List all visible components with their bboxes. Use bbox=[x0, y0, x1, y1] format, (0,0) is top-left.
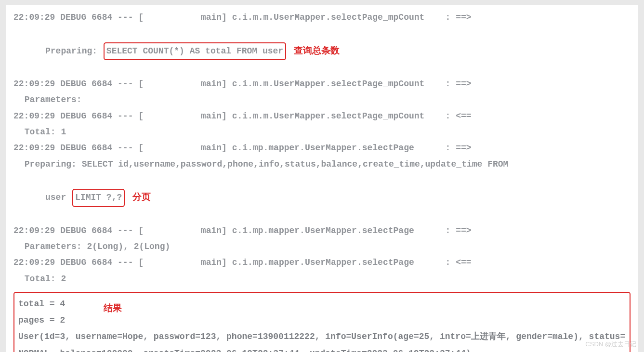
log-line-2-header: 22:09:29 DEBUG 6684 --- [ main] c.i.m.m.… bbox=[13, 76, 631, 92]
annotation-result: 结果 bbox=[104, 300, 122, 317]
log-line-3-body: Total: 1 bbox=[13, 124, 631, 140]
log-line-6-header: 22:09:29 DEBUG 6684 --- [ main] c.i.mp.m… bbox=[13, 255, 631, 271]
watermark: CSDN @过去日记 bbox=[585, 339, 636, 350]
log-line-4-body1: Preparing: SELECT id,username,password,p… bbox=[13, 156, 631, 172]
log-panel: 22:09:29 DEBUG 6684 --- [ main] c.i.m.m.… bbox=[6, 5, 638, 352]
log-line-2-body: Parameters: bbox=[13, 92, 631, 108]
log-line-5-header: 22:09:29 DEBUG 6684 --- [ main] c.i.mp.m… bbox=[13, 223, 631, 239]
log-line-4-body2: user LIMIT ?,?分页 bbox=[13, 172, 631, 223]
log-line-1-header: 22:09:29 DEBUG 6684 --- [ main] c.i.m.m.… bbox=[13, 10, 631, 26]
log-line-5-body: Parameters: 2(Long), 2(Long) bbox=[13, 239, 631, 255]
sql-limit-highlight: LIMIT ?,? bbox=[72, 189, 125, 207]
result-user-3: User(id=3, username=Hope, password=123, … bbox=[18, 328, 626, 352]
log-line-3-header: 22:09:29 DEBUG 6684 --- [ main] c.i.m.m.… bbox=[13, 108, 631, 124]
log-line-1-body: Preparing: SELECT COUNT(*) AS total FROM… bbox=[13, 26, 631, 76]
annotation-page: 分页 bbox=[132, 188, 151, 205]
sql-count-highlight: SELECT COUNT(*) AS total FROM user bbox=[104, 42, 286, 60]
log-line-6-body: Total: 2 bbox=[13, 271, 631, 287]
log-line-4-header: 22:09:29 DEBUG 6684 --- [ main] c.i.mp.m… bbox=[13, 140, 631, 156]
annotation-count: 查询总条数 bbox=[294, 42, 340, 59]
preparing-label: Preparing: bbox=[40, 46, 103, 56]
sql-from-user: user bbox=[40, 193, 71, 202]
result-box: 结果 total = 4 pages = 2 User(id=3, userna… bbox=[13, 292, 631, 352]
